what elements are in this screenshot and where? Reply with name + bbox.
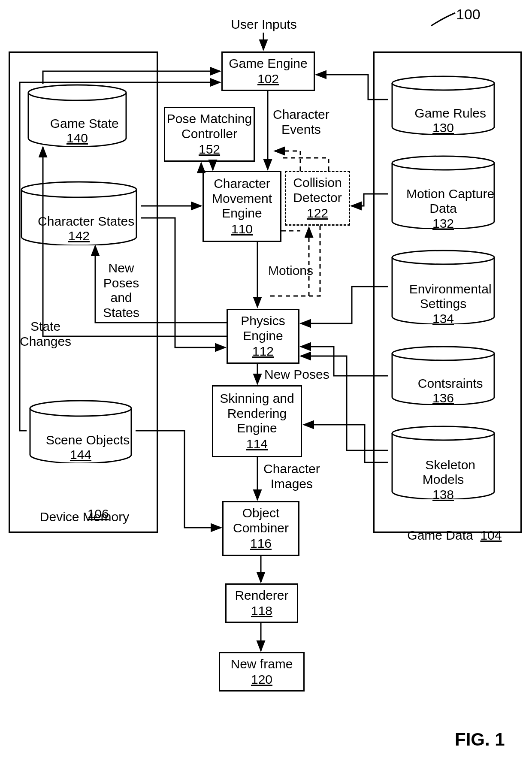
pose-matching-controller-ref: 152	[199, 142, 220, 157]
svg-point-7	[392, 426, 494, 440]
user-inputs-label: User Inputs	[225, 17, 302, 32]
object-combiner-ref: 116	[250, 536, 272, 551]
game-engine-ref: 102	[257, 72, 279, 87]
object-combiner-title: ObjectCombiner	[233, 506, 289, 535]
scene-objects-label: Scene Objects144	[26, 418, 136, 477]
game-state-label: Game State140	[24, 101, 130, 160]
character-images-label: CharacterImages	[263, 462, 320, 491]
renderer-box: Renderer 118	[225, 583, 298, 623]
motion-capture-label: Motion CaptureData132	[388, 172, 499, 246]
new-poses-states-label: NewPosesandStates	[103, 261, 139, 320]
new-poses-label: New Poses	[264, 367, 329, 382]
svg-point-6	[392, 347, 494, 360]
game-engine-title: Game Engine	[229, 56, 307, 71]
skeleton-models-label: SkeletonModels138	[388, 443, 499, 517]
character-movement-engine-ref: 110	[231, 222, 253, 237]
figure-title: FIG. 1	[455, 729, 505, 750]
renderer-ref: 118	[251, 604, 272, 619]
physics-engine-title: PhysicsEngine	[241, 314, 285, 343]
object-combiner-box: ObjectCombiner 116	[222, 501, 299, 556]
constraints-label: Contsraints136	[388, 361, 499, 420]
renderer-title: Renderer	[235, 588, 288, 603]
new-frame-ref: 120	[251, 672, 272, 687]
motions-label: Motions	[268, 263, 313, 278]
collision-detector-title: CollisionDetector	[293, 175, 342, 205]
character-movement-engine-title: CharacterMovementEngine	[212, 176, 272, 221]
device-memory-title: Device Memory	[35, 510, 134, 525]
pose-matching-controller-box: Pose MatchingController 152	[164, 107, 255, 162]
skinning-rendering-engine-ref: 114	[246, 437, 268, 452]
game-engine-box: Game Engine 102	[221, 51, 315, 91]
svg-point-4	[392, 156, 494, 170]
collision-detector-box: CollisionDetector 122	[285, 171, 350, 226]
physics-engine-ref: 112	[252, 344, 274, 359]
new-frame-box: New frame 120	[219, 652, 305, 692]
svg-point-1	[21, 182, 136, 197]
state-changes-label: StateChanges	[20, 319, 71, 349]
physics-engine-box: PhysicsEngine 112	[227, 309, 299, 364]
svg-point-0	[28, 85, 126, 100]
game-rules-label: Game Rules130	[388, 91, 499, 150]
figure-reference-number: 100	[456, 6, 481, 23]
new-frame-title: New frame	[230, 657, 293, 672]
character-states-label: Character States142	[17, 199, 141, 258]
svg-point-3	[392, 76, 494, 90]
character-movement-engine-box: CharacterMovementEngine 110	[203, 171, 281, 242]
character-events-label: CharacterEvents	[273, 107, 329, 137]
collision-detector-ref: 122	[307, 206, 328, 221]
skinning-rendering-engine-title: Skinning andRenderingEngine	[220, 391, 294, 436]
env-settings-label: EnvironmentalSettings134	[388, 267, 499, 341]
pose-matching-controller-title: Pose MatchingController	[167, 112, 252, 141]
svg-point-5	[392, 251, 494, 264]
svg-point-2	[30, 401, 131, 416]
skinning-rendering-engine-box: Skinning andRenderingEngine 114	[212, 385, 302, 457]
diagram-canvas: 100 FIG. 1 Game State140 Character State…	[0, 0, 532, 761]
game-data-title: Game Data 104	[393, 513, 502, 558]
